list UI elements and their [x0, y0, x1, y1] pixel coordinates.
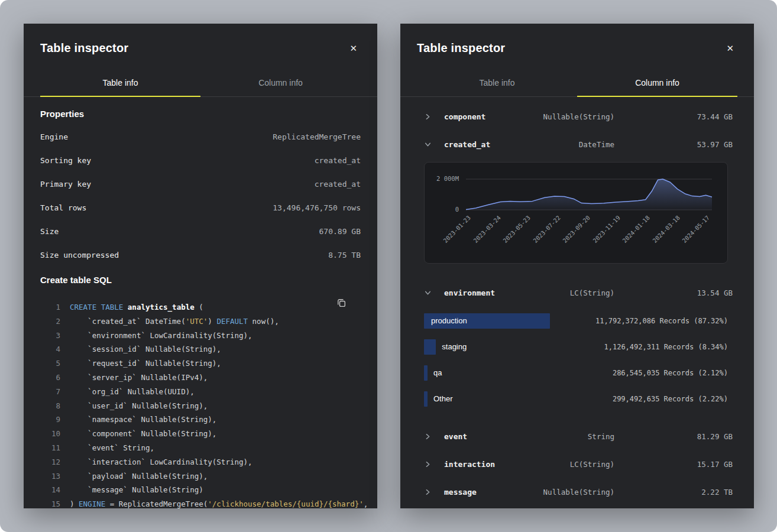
column-type: Nullable(String): [543, 488, 614, 497]
column-type: String: [588, 432, 614, 441]
property-value: created_at: [315, 180, 361, 189]
line-number: 12: [40, 455, 60, 469]
tab-column-info[interactable]: Column info: [577, 70, 737, 96]
chevron-down-icon: [424, 290, 431, 297]
line-number: 5: [40, 356, 60, 371]
property-row: Size uncompressed 8.75 TB: [40, 243, 361, 267]
sql-code-line: 8 `user_id` Nullable(String),: [40, 399, 361, 413]
sql-code-line: 6 `server_ip` Nullable(IPv4),: [40, 371, 361, 385]
line-number: 14: [40, 483, 60, 497]
column-size: 15.17 GB: [614, 460, 733, 469]
desktop-background: Table inspector ✕ Table info Column info…: [0, 0, 777, 532]
dialog-header: Table inspector ✕: [24, 24, 377, 70]
chevron-right-icon: [424, 489, 431, 496]
column-name: component: [444, 112, 485, 121]
x-axis-label: 2023-01-23: [421, 215, 472, 265]
value-records: 11,792,372,086 Records (87.32%): [595, 317, 728, 325]
property-label: Size: [40, 227, 59, 236]
sql-code-line: 7 `org_id` Nullable(UUID),: [40, 385, 361, 399]
property-value: 8.75 TB: [328, 251, 361, 259]
sql-code-line: 11 `event` String,: [40, 441, 361, 455]
line-number: 3: [40, 329, 60, 343]
sql-code-line: 13 `payload` Nullable(String),: [40, 469, 361, 484]
sql-code-line: 3 `environment` LowCardinality(String),: [40, 329, 361, 343]
column-size: 2.22 TB: [614, 488, 733, 497]
line-number: 6: [40, 371, 60, 385]
value-records: 1,126,492,311 Records (8.34%): [604, 343, 728, 351]
property-row: Total rows 13,496,476,750 rows: [40, 196, 361, 219]
property-label: Total rows: [40, 203, 86, 212]
column-size: 73.44 GB: [614, 112, 733, 121]
property-label: Primary key: [40, 180, 91, 189]
column-row-event[interactable]: event String 81.29 GB: [400, 423, 754, 450]
copy-icon[interactable]: [335, 297, 348, 311]
create-table-sql-heading: Create table SQL: [40, 275, 361, 285]
sql-code-line: 9 `namespace` Nullable(String),: [40, 413, 361, 427]
line-number: 15: [40, 497, 60, 508]
column-type: Nullable(String): [543, 112, 614, 121]
column-type: LC(String): [570, 460, 614, 469]
sql-code-line: 12 `interaction` LowCardinality(String),: [40, 455, 361, 469]
area-chart: 2023-01-232023-03-242023-05-232023-07-22…: [466, 177, 712, 211]
property-row: Engine ReplicatedMergeTree: [40, 125, 361, 148]
column-row-created_at[interactable]: created_at DateTime 53.97 GB: [400, 131, 754, 158]
dialog-title: Table inspector: [40, 41, 128, 55]
property-row: Primary key created_at: [40, 172, 361, 196]
table-info-panel: Properties Engine ReplicatedMergeTree So…: [24, 109, 377, 508]
column-row-environment[interactable]: environment LC(String) 13.54 GB: [400, 279, 754, 307]
column-name: environment: [444, 288, 495, 297]
tabbar: Table info Column info: [24, 70, 377, 97]
column-size: 53.97 GB: [614, 140, 733, 149]
column-list: component Nullable(String) 73.44 GB crea…: [400, 97, 754, 506]
property-label: Sorting key: [40, 156, 91, 165]
column-name: event: [444, 432, 467, 441]
column-row-component[interactable]: component Nullable(String) 73.44 GB: [400, 103, 754, 131]
line-number: 10: [40, 427, 60, 441]
sql-section: 1 CREATE TABLE analytics_table ( 2 `crea…: [40, 300, 361, 508]
x-axis-label: 2023-09-20: [540, 215, 591, 265]
sql-code-line: 14 `message` Nullable(String): [40, 483, 361, 497]
sql-code-line: 10 `component` Nullable(String),: [40, 427, 361, 441]
close-icon[interactable]: ✕: [724, 43, 736, 54]
value-label: staging: [442, 339, 467, 355]
dialog-header: Table inspector ✕: [400, 24, 754, 70]
created-at-distribution-chart: 2 000M 0 2023-01-232023-03-242023-05-232…: [424, 162, 728, 264]
value-label: production: [431, 313, 467, 329]
tab-table-info[interactable]: Table info: [40, 70, 200, 96]
column-row-interaction[interactable]: interaction LC(String) 15.17 GB: [400, 450, 754, 478]
dialog-title: Table inspector: [417, 41, 505, 55]
line-number: 11: [40, 441, 60, 455]
environment-value-row: qa 286,545,035 Records (2.12%): [400, 360, 754, 386]
value-bar: [424, 391, 428, 407]
value-label: qa: [433, 365, 442, 381]
line-number: 8: [40, 399, 60, 413]
sql-code-line: 1 CREATE TABLE analytics_table (: [40, 300, 361, 314]
value-records: 286,545,035 Records (2.12%): [613, 369, 728, 377]
column-name: interaction: [444, 460, 495, 469]
environment-value-row: staging 1,126,492,311 Records (8.34%): [400, 334, 754, 360]
tab-column-info[interactable]: Column info: [200, 70, 361, 96]
column-name: message: [444, 488, 477, 497]
properties-heading: Properties: [40, 109, 361, 119]
tab-table-info[interactable]: Table info: [417, 70, 577, 96]
line-number: 4: [40, 342, 60, 356]
environment-value-row: Other 299,492,635 Records (2.22%): [400, 386, 754, 412]
property-row: Size 670.89 GB: [40, 219, 361, 243]
x-axis-label: 2024-01-18: [600, 215, 651, 265]
column-row-message[interactable]: message Nullable(String) 2.22 TB: [400, 478, 754, 506]
environment-value-row: production 11,792,372,086 Records (87.32…: [400, 308, 754, 334]
column-size: 81.29 GB: [614, 432, 733, 441]
property-value: created_at: [315, 156, 361, 165]
property-label: Size uncompressed: [40, 251, 119, 259]
sql-code-line: 5 `request_id` Nullable(String),: [40, 356, 361, 371]
y-axis-label: 0: [425, 206, 459, 213]
line-number: 2: [40, 314, 60, 329]
property-value: 670.89 GB: [319, 227, 361, 236]
table-inspector-dialog-table-info: Table inspector ✕ Table info Column info…: [24, 24, 377, 508]
close-icon[interactable]: ✕: [347, 43, 360, 54]
column-type: LC(String): [570, 288, 614, 297]
chevron-right-icon: [424, 113, 431, 121]
property-value: ReplicatedMergeTree: [273, 132, 361, 141]
sql-code-block: 1 CREATE TABLE analytics_table ( 2 `crea…: [40, 300, 361, 508]
column-type: DateTime: [579, 140, 614, 149]
